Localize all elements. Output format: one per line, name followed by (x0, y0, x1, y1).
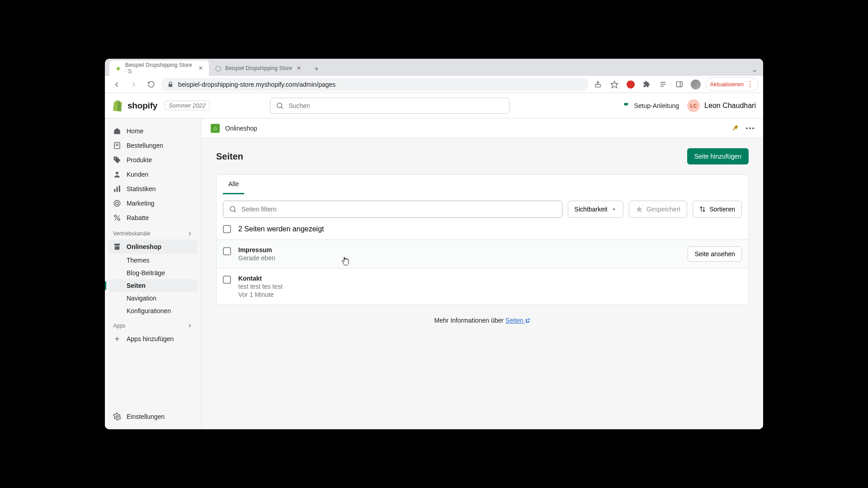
sidebar-sub-pages[interactable]: Seiten (108, 279, 198, 292)
sidebar-item-settings[interactable]: Einstellungen (108, 409, 198, 424)
svg-line-19 (115, 216, 120, 221)
back-button[interactable] (109, 77, 124, 92)
reading-list-icon[interactable] (656, 78, 670, 91)
saved-filter[interactable]: Gespeichert (629, 201, 687, 218)
browser-tab-0[interactable]: ◆ Beispiel Dropshipping Store · S ✕ (109, 61, 209, 76)
app-container: shopify Sommer 2022 Setup-Anleitung LC L… (105, 93, 763, 429)
crumb-title: Onlineshop (225, 125, 257, 132)
add-page-button[interactable]: Seite hinzufügen (687, 148, 749, 164)
view-page-button[interactable]: Seite ansehen (688, 246, 742, 262)
sidebar-item-customers[interactable]: Kunden (108, 167, 198, 182)
new-tab-button[interactable]: ＋ (310, 62, 323, 75)
caret-down-icon (611, 206, 617, 212)
app-topbar: shopify Sommer 2022 Setup-Anleitung LC L… (105, 93, 763, 118)
url-field[interactable]: beispiel-dropshipping-store.myshopify.co… (161, 78, 589, 91)
pages-card: Alle Sichtbarkeit Gespeic (216, 174, 749, 305)
close-icon[interactable]: ✕ (198, 65, 203, 71)
sidebar-item-onlineshop[interactable]: Onlineshop (108, 239, 198, 254)
sidebar-item-add-apps[interactable]: Apps hinzufügen (108, 332, 198, 346)
row-title: Impressum (238, 246, 275, 253)
sidebar-item-label: Produkte (127, 156, 152, 164)
svg-point-25 (746, 127, 748, 129)
sidebar-item-orders[interactable]: Bestellungen (108, 138, 198, 153)
svg-point-26 (749, 127, 751, 129)
recording-icon[interactable] (624, 78, 637, 91)
user-menu[interactable]: LC Leon Chaudhari (687, 99, 756, 112)
row-timestamp: Vor 1 Minute (238, 291, 283, 298)
kebab-icon: ⋮ (746, 80, 754, 89)
search-icon (229, 205, 237, 213)
select-all-checkbox[interactable] (223, 225, 231, 233)
visibility-filter[interactable]: Sichtbarkeit (568, 201, 623, 218)
sidebar-sub-blog[interactable]: Blog-Beiträge (108, 267, 198, 279)
svg-point-18 (116, 202, 118, 205)
sidebar-sub-config[interactable]: Konfigurationen (108, 305, 198, 317)
share-icon[interactable] (591, 78, 605, 91)
main-area: ⌂ Onlineshop Seiten Seite hinzufügen All… (202, 118, 763, 429)
sidepanel-icon[interactable] (673, 78, 686, 91)
search-input[interactable] (288, 102, 504, 109)
sidebar-item-label: Rabatte (127, 214, 149, 221)
sidebar-item-marketing[interactable]: Marketing (108, 196, 198, 211)
sidebar-sub-themes[interactable]: Themes (108, 254, 198, 267)
svg-marker-1 (611, 81, 618, 88)
svg-rect-15 (117, 187, 118, 192)
shopify-favicon-icon: ◆ (115, 65, 122, 72)
sidebar-item-discounts[interactable]: Rabatte (108, 211, 198, 225)
gear-icon (113, 413, 121, 421)
percent-icon (113, 214, 121, 222)
sort-button[interactable]: Sortieren (693, 201, 742, 218)
footer-link[interactable]: Seiten (505, 317, 531, 324)
app-body: Home Bestellungen Produkte Kunden Statis… (105, 118, 763, 429)
forward-button[interactable] (127, 77, 141, 92)
chevron-right-icon[interactable] (187, 230, 193, 237)
table-row[interactable]: Impressum Gerade eben Seite ansehen (217, 239, 748, 268)
more-icon[interactable] (746, 127, 754, 129)
svg-point-12 (115, 158, 116, 159)
reload-button[interactable] (144, 77, 158, 92)
sidebar-item-analytics[interactable]: Statistiken (108, 182, 198, 196)
person-icon (113, 170, 121, 178)
sidebar-item-home[interactable]: Home (108, 124, 198, 138)
extensions-icon[interactable] (640, 78, 654, 91)
sidebar-item-label: Statistiken (127, 185, 156, 192)
plus-icon (113, 335, 121, 343)
svg-rect-14 (114, 189, 115, 192)
tab-all[interactable]: Alle (223, 175, 244, 194)
browser-addressbar: beispiel-dropshipping-store.myshopify.co… (105, 76, 763, 93)
update-button[interactable]: Aktualisieren ⋮ (705, 77, 759, 91)
star-icon[interactable] (608, 78, 621, 91)
svg-point-27 (752, 127, 754, 129)
browser-tabbar: ◆ Beispiel Dropshipping Store · S ✕ ◯ Be… (105, 59, 763, 76)
chevron-right-icon[interactable] (187, 323, 193, 329)
home-icon (113, 127, 121, 135)
pin-icon[interactable] (731, 124, 740, 132)
profile-avatar[interactable] (689, 78, 703, 91)
browser-tab-1[interactable]: ◯ Beispiel Dropshipping Store ✕ (209, 61, 307, 76)
sidebar-item-label: Home (127, 127, 143, 135)
global-search[interactable] (270, 98, 509, 114)
table-row[interactable]: Kontakt test test tes test Vor 1 Minute (217, 268, 748, 305)
svg-rect-5 (676, 82, 682, 87)
svg-point-20 (114, 215, 117, 217)
row-content: Impressum Gerade eben (238, 246, 275, 262)
row-checkbox[interactable] (223, 276, 231, 284)
page-header: Seiten Seite hinzufügen (202, 138, 763, 169)
sidebar-item-label: Einstellungen (127, 413, 165, 420)
row-checkbox[interactable] (223, 247, 231, 255)
filter-wrapper[interactable] (223, 201, 562, 218)
sidebar-sub-navigation[interactable]: Navigation (108, 292, 198, 305)
row-timestamp: Gerade eben (238, 254, 275, 262)
external-link-icon (525, 318, 530, 324)
update-label: Aktualisieren (710, 81, 744, 88)
tabs-dropdown-icon[interactable] (751, 68, 758, 74)
svg-point-24 (116, 416, 118, 418)
close-icon[interactable]: ✕ (296, 65, 302, 71)
tab-title: Beispiel Dropshipping Store · S (125, 62, 194, 75)
filter-input[interactable] (241, 206, 557, 213)
sidebar-item-products[interactable]: Produkte (108, 153, 198, 167)
shopify-logo[interactable]: shopify (112, 100, 157, 112)
setup-guide-link[interactable]: Setup-Anleitung (623, 102, 679, 109)
svg-line-29 (234, 211, 236, 212)
page-crumb: ⌂ Onlineshop (202, 118, 763, 138)
